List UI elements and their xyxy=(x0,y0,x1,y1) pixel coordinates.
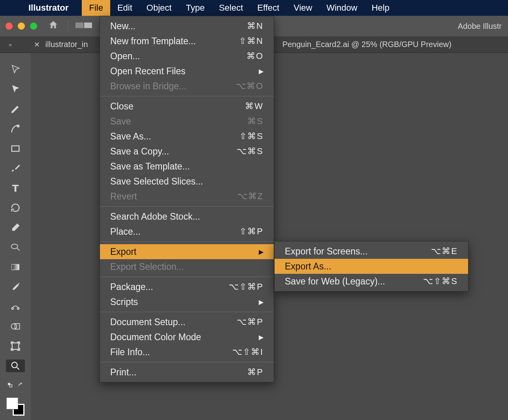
menu-item-save-a-copy[interactable]: Save a Copy...⌥⌘S xyxy=(100,144,274,159)
menu-item-open[interactable]: Open...⌘O xyxy=(100,49,274,64)
menu-item-label: Save a Copy... xyxy=(110,146,169,157)
blend-tool-icon[interactable] xyxy=(6,300,25,313)
fill-stroke-indicator[interactable] xyxy=(6,397,24,416)
menu-item-save-as[interactable]: Save As...⇧⌘S xyxy=(100,129,274,144)
paintbrush-tool-icon[interactable] xyxy=(6,162,25,175)
window-fullscreen-button[interactable] xyxy=(30,23,37,30)
window-minimize-button[interactable] xyxy=(18,23,25,30)
menu-item-label: New... xyxy=(110,21,135,32)
submenu-item-save-for-web-legacy[interactable]: Save for Web (Legacy)...⌥⇧⌘S xyxy=(275,274,468,289)
submenu-item-export-for-screens[interactable]: Export for Screens...⌥⌘E xyxy=(275,244,468,259)
menu-item-close[interactable]: Close⌘W xyxy=(100,99,274,114)
menu-view[interactable]: View xyxy=(286,0,319,16)
artboard-tool-icon[interactable] xyxy=(6,340,25,352)
eraser-tool-icon[interactable] xyxy=(6,221,25,234)
svg-rect-3 xyxy=(12,264,19,270)
rotate-tool-icon[interactable] xyxy=(6,202,25,214)
rectangle-tool-icon[interactable] xyxy=(6,142,25,155)
eyedropper-tool-icon[interactable] xyxy=(6,281,25,293)
menu-item-new-from-template[interactable]: New from Template...⇧⌘N xyxy=(100,34,274,49)
divider xyxy=(68,20,68,32)
keyboard-shortcut: ⌥⌘Z xyxy=(237,191,263,202)
shape-builder-tool-icon[interactable] xyxy=(6,320,25,333)
menu-select[interactable]: Select xyxy=(212,0,250,16)
fill-color-swatch[interactable] xyxy=(6,397,18,409)
menu-item-export[interactable]: Export▶ xyxy=(100,244,274,259)
menu-item-place[interactable]: Place...⇧⌘P xyxy=(100,224,274,239)
menu-item-label: Export for Screens... xyxy=(285,246,368,257)
keyboard-shortcut: ⇧⌘S xyxy=(239,131,263,141)
menu-item-file-info[interactable]: File Info...⌥⇧⌘I xyxy=(100,345,274,360)
home-icon[interactable] xyxy=(48,20,58,32)
menu-item-label: Export As... xyxy=(285,261,331,272)
menu-file[interactable]: File xyxy=(82,0,110,16)
type-tool-icon[interactable] xyxy=(6,182,25,194)
menu-item-print[interactable]: Print...⌘P xyxy=(100,365,274,380)
keyboard-shortcut: ⌘S xyxy=(247,116,263,126)
menu-effect[interactable]: Effect xyxy=(250,0,286,16)
svg-point-6 xyxy=(11,324,17,329)
menu-window[interactable]: Window xyxy=(319,0,364,16)
menu-item-new[interactable]: New...⌘N xyxy=(100,19,274,34)
menu-item-save: Save⌘S xyxy=(100,114,274,129)
menu-item-search-adobe-stock[interactable]: Search Adobe Stock... xyxy=(100,209,274,224)
menu-item-save-selected-slices[interactable]: Save Selected Slices... xyxy=(100,174,274,189)
menu-item-label: Save as Template... xyxy=(110,161,190,172)
menu-item-label: Document Color Mode xyxy=(110,332,201,343)
menu-item-label: Print... xyxy=(110,367,136,378)
menu-item-label: Search Adobe Stock... xyxy=(110,211,200,222)
menu-item-package[interactable]: Package...⌥⇧⌘P xyxy=(100,279,274,294)
swap-default-icon[interactable] xyxy=(7,382,14,389)
keyboard-shortcut: ⌘W xyxy=(245,101,263,111)
menu-item-label: Close xyxy=(110,101,134,112)
menu-item-browse-in-bridge: Browse in Bridge...⌥⌘O xyxy=(100,79,274,94)
submenu-item-export-as[interactable]: Export As... xyxy=(275,259,468,274)
menu-item-export-selection: Export Selection... xyxy=(100,259,274,274)
menu-separator xyxy=(100,241,274,242)
keyboard-shortcut: ⌥⌘P xyxy=(237,317,263,327)
menu-item-label: Place... xyxy=(110,226,141,237)
menu-item-open-recent-files[interactable]: Open Recent Files▶ xyxy=(100,64,274,79)
selection-tool-icon[interactable] xyxy=(6,63,25,76)
menu-item-label: Browse in Bridge... xyxy=(110,81,186,92)
menu-object[interactable]: Object xyxy=(139,0,179,16)
keyboard-shortcut: ⌥⇧⌘P xyxy=(229,282,263,292)
shaper-tool-icon[interactable] xyxy=(6,241,25,254)
menu-separator xyxy=(100,206,274,207)
svg-rect-1 xyxy=(12,146,19,151)
menu-type[interactable]: Type xyxy=(179,0,212,16)
panel-expand-icon[interactable]: » xyxy=(9,41,12,48)
document-tab-1[interactable]: illustrator_in xyxy=(45,40,88,49)
keyboard-shortcut: ⌘N xyxy=(247,21,263,31)
keyboard-shortcut: ⌥⌘E xyxy=(431,246,458,256)
keyboard-shortcut: ⇧⌘P xyxy=(239,226,263,237)
menu-item-document-color-mode[interactable]: Document Color Mode▶ xyxy=(100,330,274,345)
svg-point-5 xyxy=(17,307,19,309)
submenu-arrow-icon: ▶ xyxy=(259,333,263,341)
keyboard-shortcut: ⌥⇧⌘I xyxy=(232,347,263,357)
menu-item-save-as-template[interactable]: Save as Template... xyxy=(100,159,274,174)
left-toolbar xyxy=(0,53,31,420)
direct-selection-tool-icon[interactable] xyxy=(6,83,25,96)
keyboard-shortcut: ⌘P xyxy=(247,367,263,377)
gradient-tool-icon[interactable] xyxy=(6,261,25,273)
svg-point-2 xyxy=(11,244,18,249)
pen-tool-icon[interactable] xyxy=(6,103,25,115)
close-tab-icon[interactable]: ✕ xyxy=(34,40,40,49)
workspace-switcher-icon[interactable] xyxy=(75,23,93,30)
menu-help[interactable]: Help xyxy=(365,0,397,16)
window-close-button[interactable] xyxy=(6,23,13,30)
menu-item-label: Package... xyxy=(110,282,153,292)
svg-rect-8 xyxy=(12,343,19,349)
swap-arrow-icon[interactable] xyxy=(17,382,24,389)
curvature-tool-icon[interactable] xyxy=(6,122,25,135)
menu-item-scripts[interactable]: Scripts▶ xyxy=(100,294,274,309)
fill-stroke-swap[interactable] xyxy=(7,382,24,389)
menu-item-label: Export xyxy=(110,247,136,257)
zoom-tool-icon[interactable] xyxy=(6,360,25,372)
menu-item-revert: Revert⌥⌘Z xyxy=(100,189,274,204)
menu-item-document-setup[interactable]: Document Setup...⌥⌘P xyxy=(100,315,274,330)
menu-edit[interactable]: Edit xyxy=(110,0,139,16)
menu-item-label: Scripts xyxy=(110,297,138,307)
app-name[interactable]: Illustrator xyxy=(28,3,68,13)
